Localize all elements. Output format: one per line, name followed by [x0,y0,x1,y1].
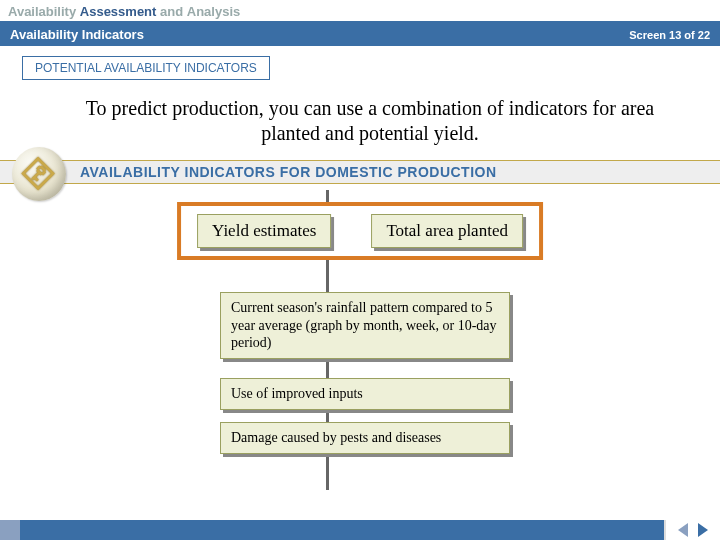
prev-button[interactable] [678,523,688,537]
diagram: Yield estimates Total area planted Curre… [40,190,680,490]
total-area-planted-box: Total area planted [371,214,523,248]
footer-bar [0,520,720,540]
screen-counter: Screen 13 of 22 [629,29,710,41]
course-title: Availability Assessment and Analysis [0,0,720,23]
section-tab: POTENTIAL AVAILABILITY INDICATORS [22,56,270,80]
intro-text: To predict production, you can use a com… [70,96,670,146]
title-word-3: and [160,4,183,19]
nav-controls [664,520,720,540]
pests-diseases-box: Damage caused by pests and diseases [220,422,510,454]
yield-estimates-box: Yield estimates [197,214,331,248]
band-title: AVAILABILITY INDICATORS FOR DOMESTIC PRO… [80,164,497,180]
footer-accent [0,520,20,540]
key-glyph: ⚿ [17,152,60,195]
top-indicator-group: Yield estimates Total area planted [177,202,543,260]
content-area: Yield estimates Total area planted Curre… [0,190,720,490]
footer-fill [20,520,664,540]
lesson-subheader: Availability Indicators Screen 13 of 22 [0,23,720,46]
title-word-2: Assessment [80,4,157,19]
next-button[interactable] [698,523,708,537]
rainfall-pattern-box: Current season's rainfall pattern compar… [220,292,510,359]
lesson-title: Availability Indicators [10,27,144,42]
title-word-4: Analysis [187,4,240,19]
key-band: ⚿ AVAILABILITY INDICATORS FOR DOMESTIC P… [0,160,720,184]
improved-inputs-box: Use of improved inputs [220,378,510,410]
key-icon: ⚿ [12,147,66,201]
title-word-1: Availability [8,4,76,19]
